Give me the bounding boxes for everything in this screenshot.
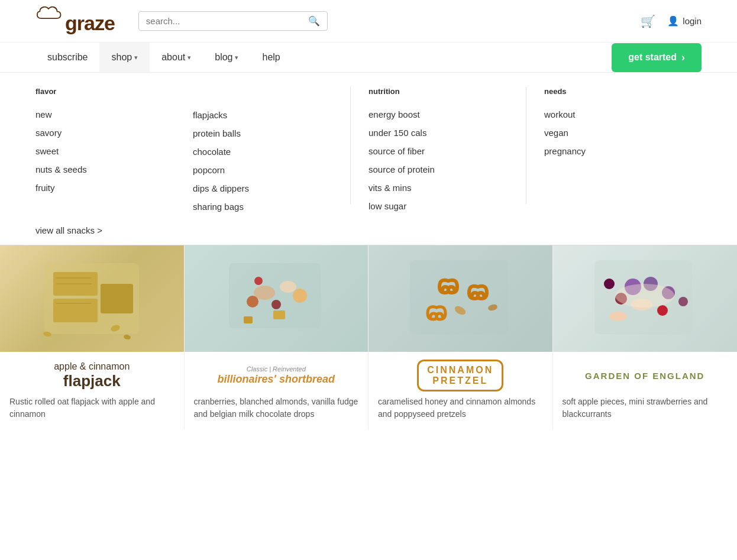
product-image-shortbread — [185, 245, 368, 352]
svg-point-32 — [615, 284, 674, 307]
flavor-protein-balls[interactable]: protein balls — [193, 124, 338, 143]
nutrition-col: nutrition energy boost under 150 cals so… — [368, 87, 526, 216]
product-desc-shortbread: cranberries, blanched almonds, vanilla f… — [194, 396, 359, 420]
svg-rect-17 — [273, 310, 285, 319]
header-right: 🛒 👤 login — [641, 14, 702, 28]
flavor-new[interactable]: new — [35, 105, 181, 124]
col-divider-1 — [350, 87, 351, 204]
svg-point-31 — [604, 279, 615, 289]
logo-area[interactable]: graze — [35, 7, 115, 35]
flavor-sweet[interactable]: sweet — [35, 142, 181, 160]
nav-about[interactable]: about ▾ — [150, 43, 203, 72]
nutrition-header: nutrition — [368, 87, 514, 96]
logo-text: graze — [65, 12, 115, 35]
svg-rect-18 — [244, 316, 253, 323]
needs-header: needs — [544, 87, 690, 96]
svg-point-29 — [657, 305, 668, 316]
svg-rect-3 — [101, 284, 133, 313]
flavor-flapjacks[interactable]: flapjacks — [193, 106, 338, 124]
product-grid: apple & cinnamon flapjack Rustic rolled … — [0, 245, 737, 430]
login-label[interactable]: login — [683, 16, 702, 26]
svg-rect-2 — [53, 299, 98, 322]
flapjack-visual — [33, 251, 151, 346]
product-card-garden[interactable]: GARDEN OF ENGLAND soft apple pieces, min… — [553, 245, 738, 430]
nav-bar: subscribe shop ▾ about ▾ blog ▾ help get… — [0, 43, 737, 73]
shortbread-visual — [217, 251, 335, 346]
needs-pregnancy[interactable]: pregnancy — [544, 142, 690, 160]
nav-blog[interactable]: blog ▾ — [203, 43, 250, 72]
nutrition-energy-boost[interactable]: energy boost — [368, 105, 514, 124]
product-image-pretzel — [368, 245, 552, 352]
svg-point-16 — [254, 277, 263, 285]
needs-vegan[interactable]: vegan — [544, 124, 690, 142]
cart-icon[interactable]: 🛒 — [641, 14, 655, 28]
header: graze 🔍 🛒 👤 login — [0, 0, 737, 43]
product-card-shortbread[interactable]: Classic | Reinvented billionaires' short… — [185, 245, 369, 430]
cloud-icon — [35, 5, 62, 22]
nav-subscribe[interactable]: subscribe — [35, 43, 99, 72]
svg-point-14 — [271, 300, 281, 309]
flavor-col-1: flavor new savory sweet nuts & seeds fru… — [35, 87, 193, 216]
product-desc-pretzel: caramelised honey and cinnamon almonds a… — [378, 396, 543, 420]
arrow-right-icon: › — [681, 51, 685, 64]
product-image-garden — [553, 245, 738, 352]
dropdown-menu: flavor new savory sweet nuts & seeds fru… — [0, 73, 737, 245]
shop-chevron-icon: ▾ — [134, 54, 138, 61]
flavor-col-2: flapjacks protein balls chocolate popcor… — [193, 87, 350, 216]
product-info-flapjack: apple & cinnamon flapjack Rustic rolled … — [0, 352, 184, 430]
nutrition-low-sugar[interactable]: low sugar — [368, 197, 514, 215]
blog-chevron-icon: ▾ — [235, 54, 238, 61]
product-info-garden: GARDEN OF ENGLAND soft apple pieces, min… — [553, 352, 738, 430]
nav-help[interactable]: help — [250, 43, 292, 72]
flavor-dips-dippers[interactable]: dips & dippers — [193, 179, 338, 198]
flavor-fruity[interactable]: fruity — [35, 179, 181, 197]
svg-point-30 — [678, 297, 688, 306]
flavor-popcorn[interactable]: popcorn — [193, 161, 338, 179]
svg-point-13 — [247, 296, 258, 307]
product-title-flapjack: apple & cinnamon flapjack — [9, 360, 174, 391]
view-all-snacks-link[interactable]: view all snacks > — [35, 216, 702, 245]
nav-shop[interactable]: shop ▾ — [99, 43, 150, 72]
nutrition-source-fiber[interactable]: source of fiber — [368, 142, 514, 160]
svg-point-28 — [609, 312, 627, 321]
svg-point-8 — [123, 334, 131, 341]
search-input[interactable] — [146, 16, 308, 26]
svg-point-15 — [293, 289, 307, 303]
nutrition-vits-mins[interactable]: vits & mins — [368, 179, 514, 197]
about-chevron-icon: ▾ — [188, 54, 191, 61]
needs-col: needs workout vegan pregnancy — [544, 87, 702, 216]
svg-point-12 — [280, 281, 296, 293]
flavor-header: flavor — [35, 87, 181, 96]
product-info-shortbread: Classic | Reinvented billionaires' short… — [185, 352, 368, 430]
product-title-garden: GARDEN OF ENGLAND — [563, 360, 728, 391]
product-desc-garden: soft apple pieces, mini strawberries and… — [563, 396, 728, 420]
pretzel-visual — [401, 251, 519, 346]
product-info-pretzel: CINNAMON PRETZEL caramelised honey and c… — [368, 352, 552, 430]
search-button[interactable]: 🔍 — [308, 15, 320, 27]
product-desc-flapjack: Rustic rolled oat flapjack with apple an… — [9, 396, 174, 420]
flavor-nuts-seeds[interactable]: nuts & seeds — [35, 160, 181, 179]
product-card-pretzel[interactable]: CINNAMON PRETZEL caramelised honey and c… — [368, 245, 553, 430]
nutrition-source-protein[interactable]: source of protein — [368, 160, 514, 179]
get-started-button[interactable]: get started › — [612, 43, 702, 72]
product-title-shortbread: Classic | Reinvented billionaires' short… — [194, 360, 359, 391]
nutrition-under-150[interactable]: under 150 cals — [368, 124, 514, 142]
product-card-flapjack[interactable]: apple & cinnamon flapjack Rustic rolled … — [0, 245, 185, 430]
garden-visual — [586, 251, 704, 346]
user-icon: 👤 — [667, 15, 679, 27]
svg-rect-19 — [410, 260, 508, 334]
product-title-pretzel: CINNAMON PRETZEL — [378, 360, 543, 391]
search-bar[interactable]: 🔍 — [138, 11, 328, 31]
col-divider-2 — [526, 87, 526, 204]
product-image-flapjack — [0, 245, 184, 352]
flavor-sharing-bags[interactable]: sharing bags — [193, 198, 338, 216]
flavor-chocolate[interactable]: chocolate — [193, 143, 338, 161]
needs-workout[interactable]: workout — [544, 105, 690, 124]
dropdown-columns: flavor new savory sweet nuts & seeds fru… — [35, 87, 702, 216]
flavor-savory[interactable]: savory — [35, 124, 181, 142]
login-area[interactable]: 👤 login — [667, 15, 702, 27]
